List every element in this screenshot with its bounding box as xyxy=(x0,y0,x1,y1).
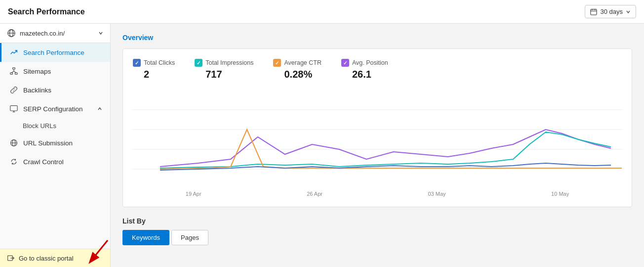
total-clicks-label: Total Clicks xyxy=(144,59,175,66)
sidebar-item-label: URL Submission xyxy=(23,139,73,147)
svg-line-11 xyxy=(11,71,14,73)
sidebar-sub-item-block-urls[interactable]: Block URLs xyxy=(0,118,110,134)
avg-position-checkbox[interactable]: ✓ xyxy=(341,59,349,67)
total-impressions-label: Total Impressions xyxy=(205,59,253,66)
page-title: Search Performance xyxy=(8,7,85,16)
chevron-up-icon xyxy=(97,106,102,111)
monitor-icon xyxy=(9,104,18,113)
sidebar-item-label: Backlinks xyxy=(23,87,51,94)
sidebar-item-label: Search Performance xyxy=(23,49,84,56)
chevron-down-icon xyxy=(98,31,103,36)
overview-title: Overview xyxy=(122,34,632,42)
red-arrow-indicator xyxy=(85,238,111,267)
globe-icon xyxy=(7,29,16,38)
list-by-section: List By Keywords Pages xyxy=(122,217,632,245)
sidebar-item-crawl-control[interactable]: Crawl Control xyxy=(0,152,110,171)
x-axis-labels: 19 Apr 26 Apr 03 May 10 May xyxy=(133,189,622,197)
top-bar-right: 30 days xyxy=(585,5,636,18)
metric-header: ✓ Total Clicks xyxy=(133,59,175,67)
avg-position-value: 26.1 xyxy=(341,69,388,80)
avg-position-label: Avg. Position xyxy=(352,59,388,66)
sidebar-item-serp-configuration[interactable]: SERP Configuration xyxy=(0,99,110,118)
svg-rect-9 xyxy=(15,73,17,74)
sidebar-item-label: Crawl Control xyxy=(23,158,64,166)
sidebar-item-search-performance[interactable]: Search Performance xyxy=(0,43,110,62)
chevron-down-icon xyxy=(626,9,631,14)
average-ctr-checkbox[interactable]: ✓ xyxy=(273,59,281,67)
line-chart xyxy=(133,90,622,189)
svg-rect-0 xyxy=(591,9,597,14)
tab-keywords[interactable]: Keywords xyxy=(122,230,169,245)
average-ctr-value: 0.28% xyxy=(273,69,322,80)
metric-header: ✓ Avg. Position xyxy=(341,59,388,67)
sidebar-item-label: Sitemaps xyxy=(23,68,51,75)
average-ctr-label: Average CTR xyxy=(284,59,322,66)
x-label-4: 10 May xyxy=(551,191,569,197)
svg-line-12 xyxy=(14,71,16,73)
list-by-title: List By xyxy=(122,217,632,225)
portal-icon xyxy=(7,254,15,262)
total-impressions-checkbox[interactable]: ✓ xyxy=(195,59,202,67)
trending-up-icon xyxy=(9,48,18,57)
overview-chart-card: ✓ Total Clicks 2 ✓ Total Impressions 717 xyxy=(122,48,632,207)
metric-header: ✓ Average CTR xyxy=(273,59,322,67)
sidebar-item-url-submission[interactable]: URL Submission xyxy=(0,134,110,152)
main-layout: mazetech.co.in/ Search Performance xyxy=(0,24,644,267)
calendar-icon xyxy=(590,8,597,15)
x-label-1: 19 Apr xyxy=(186,191,201,197)
site-selector-text: mazetech.co.in/ xyxy=(20,30,94,37)
sidebar-bottom-action[interactable]: Go to classic portal xyxy=(0,249,110,267)
sidebar-bottom-label: Go to classic portal xyxy=(19,255,74,262)
date-filter-button[interactable]: 30 days xyxy=(585,5,636,18)
svg-rect-13 xyxy=(10,106,17,111)
metric-total-impressions: ✓ Total Impressions 717 xyxy=(195,59,253,80)
site-selector[interactable]: mazetech.co.in/ xyxy=(0,24,110,43)
x-label-3: 03 May xyxy=(428,191,445,197)
serp-left: SERP Configuration xyxy=(9,104,83,113)
svg-line-22 xyxy=(90,240,108,262)
content-area: Overview ✓ Total Clicks 2 ✓ xyxy=(111,24,644,267)
svg-rect-8 xyxy=(10,73,13,74)
sitemap-icon xyxy=(9,67,18,76)
metric-average-ctr: ✓ Average CTR 0.28% xyxy=(273,59,322,80)
link-icon xyxy=(9,86,18,94)
metric-avg-position: ✓ Avg. Position 26.1 xyxy=(341,59,388,80)
refresh-icon xyxy=(9,157,18,166)
sidebar-sub-item-label: Block URLs xyxy=(23,122,56,130)
sidebar-item-backlinks[interactable]: Backlinks xyxy=(0,81,110,99)
svg-rect-7 xyxy=(13,68,15,69)
total-clicks-value: 2 xyxy=(133,69,175,80)
total-clicks-checkbox[interactable]: ✓ xyxy=(133,59,141,67)
x-label-2: 26 Apr xyxy=(307,191,322,197)
metrics-row: ✓ Total Clicks 2 ✓ Total Impressions 717 xyxy=(133,59,622,80)
sidebar-item-label: SERP Configuration xyxy=(23,105,83,113)
globe-small-icon xyxy=(9,138,18,147)
metric-header: ✓ Total Impressions xyxy=(195,59,253,67)
metric-total-clicks: ✓ Total Clicks 2 xyxy=(133,59,175,80)
total-impressions-value: 717 xyxy=(195,69,253,80)
top-bar-left: Search Performance xyxy=(8,7,85,16)
sidebar-item-sitemaps[interactable]: Sitemaps xyxy=(0,62,110,81)
date-filter-label: 30 days xyxy=(600,8,623,15)
list-by-tabs: Keywords Pages xyxy=(122,230,632,245)
sidebar: mazetech.co.in/ Search Performance xyxy=(0,24,111,267)
top-bar: Search Performance 30 days xyxy=(0,0,644,24)
tab-pages[interactable]: Pages xyxy=(171,230,208,245)
